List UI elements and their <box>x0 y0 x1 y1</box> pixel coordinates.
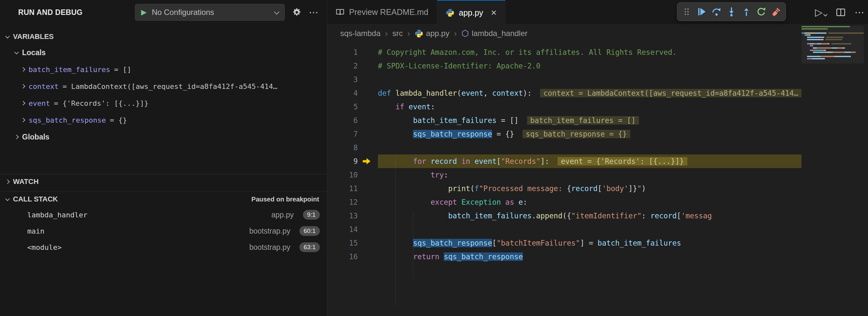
code-text[interactable]: for record in event["Records"]:event = {… <box>378 154 802 168</box>
call-stack-section-header[interactable]: CALL STACK Paused on breakpoint <box>0 192 327 207</box>
disconnect-icon[interactable] <box>769 4 784 19</box>
code-line-12[interactable]: 12 except Exception as e: <box>327 195 802 209</box>
breadcrumb-item-app-py[interactable]: app.py <box>414 29 449 38</box>
variables-section-header[interactable]: VARIABLES <box>0 29 327 44</box>
restart-icon[interactable] <box>754 4 769 19</box>
code-line-6[interactable]: 6 batch_item_failures = []batch_item_fai… <box>327 114 802 127</box>
code-line-14[interactable]: 14 <box>327 223 802 236</box>
line-number[interactable]: 16 <box>327 250 358 263</box>
code-line-13[interactable]: 13 batch_item_failures.append({"itemIden… <box>327 209 802 223</box>
code-text[interactable]: batch_item_failures.append({"itemIdentif… <box>378 209 802 223</box>
gutter-decoration <box>358 223 378 236</box>
line-number[interactable]: 2 <box>327 59 358 73</box>
scrollbar[interactable] <box>864 25 868 316</box>
code-line-16[interactable]: 16 return sqs_batch_response <box>327 250 802 263</box>
line-number[interactable]: 13 <box>327 209 358 223</box>
code-line-7[interactable]: 7 sqs_batch_response = {}sqs_batch_respo… <box>327 127 802 141</box>
code-text[interactable]: print(f"Processed message: {record['body… <box>378 182 802 195</box>
drag-handle-icon[interactable] <box>679 4 694 19</box>
line-number[interactable]: 3 <box>327 73 358 86</box>
code-text[interactable]: except Exception as e: <box>378 195 802 209</box>
code-text[interactable]: try: <box>378 168 802 182</box>
line-number[interactable]: 8 <box>327 141 358 154</box>
code-line-2[interactable]: 2# SPDX-License-Identifier: Apache-2.0 <box>327 59 802 73</box>
breadcrumb-item-src[interactable]: src <box>393 29 403 38</box>
line-number[interactable]: 14 <box>327 223 358 236</box>
code-text[interactable] <box>378 223 802 236</box>
code-line-5[interactable]: 5 if event: <box>327 100 802 114</box>
line-number[interactable]: 1 <box>327 45 358 59</box>
code-text[interactable] <box>378 73 802 86</box>
minimap[interactable] <box>802 26 864 316</box>
step-over-icon[interactable] <box>709 4 724 19</box>
step-out-icon[interactable] <box>739 4 754 19</box>
more-actions-icon[interactable]: ⋯ <box>855 7 864 17</box>
code-text[interactable]: sqs_batch_response["batchItemFailures"] … <box>378 236 802 250</box>
gutter-decoration <box>358 141 378 154</box>
call-stack-header-label: CALL STACK <box>13 195 58 203</box>
variable-name: sqs_batch_response <box>29 116 106 124</box>
line-number[interactable]: 9 <box>327 154 358 168</box>
variable-row[interactable]: event= {'Records': [{...}]} <box>0 95 327 112</box>
code-text[interactable]: # SPDX-License-Identifier: Apache-2.0 <box>378 59 802 73</box>
editor-actions: ▷ ⋯ <box>815 0 864 25</box>
variable-row[interactable]: context= LambdaContext([aws_request_id=a… <box>0 78 327 95</box>
continue-icon[interactable] <box>694 4 709 19</box>
line-number[interactable]: 5 <box>327 100 358 114</box>
stack-frame-row[interactable]: <module>bootstrap.py63:1 <box>0 239 327 255</box>
stack-frame-row[interactable]: mainbootstrap.py60:1 <box>0 223 327 239</box>
scope-globals-row[interactable]: Globals <box>0 128 327 145</box>
code-line-8[interactable]: 8 <box>327 141 802 154</box>
code-text[interactable]: return sqs_batch_response <box>378 250 802 263</box>
code-text[interactable]: def lambda_handler(event, context):conte… <box>378 86 802 100</box>
frame-name: <module> <box>27 243 62 251</box>
breadcrumb-item-sqs-lambda[interactable]: sqs-lambda <box>340 29 380 38</box>
more-actions-icon[interactable]: ⋯ <box>309 7 318 17</box>
variable-value: = {'Records': [{...}]} <box>54 99 148 107</box>
code-line-4[interactable]: 4def lambda_handler(event, context):cont… <box>327 86 802 100</box>
code-text[interactable]: if event: <box>378 100 802 114</box>
code-line-11[interactable]: 11 print(f"Processed message: {record['b… <box>327 182 802 195</box>
variables-list: batch_item_failures= []context= LambdaCo… <box>0 61 327 128</box>
code-line-3[interactable]: 3 <box>327 73 802 86</box>
run-and-debug-sidebar: RUN AND DEBUG ▶ No Configurations ⋯ VARI… <box>0 0 327 316</box>
gutter-decoration <box>358 73 378 86</box>
code-text[interactable] <box>378 141 802 154</box>
code-text[interactable]: sqs_batch_response = {}sqs_batch_respons… <box>378 127 802 141</box>
variable-row[interactable]: sqs_batch_response= {} <box>0 112 327 128</box>
symbol-method-icon <box>461 30 469 37</box>
line-number[interactable]: 12 <box>327 195 358 209</box>
code-line-10[interactable]: 10 try: <box>327 168 802 182</box>
code-line-15[interactable]: 15 sqs_batch_response["batchItemFailures… <box>327 236 802 250</box>
gutter-decoration <box>358 86 378 100</box>
line-number[interactable]: 15 <box>327 236 358 250</box>
stack-frame-row[interactable]: lambda_handlerapp.py9:1 <box>0 207 327 223</box>
launch-config-dropdown[interactable]: ▶ No Configurations <box>135 4 285 21</box>
inline-debug-value: sqs_batch_response = {} <box>523 130 630 138</box>
variables-header-label: VARIABLES <box>13 32 54 41</box>
tab-preview-readme-md[interactable]: Preview README.md <box>327 0 437 24</box>
line-number[interactable]: 11 <box>327 182 358 195</box>
variable-row[interactable]: batch_item_failures= [] <box>0 61 327 78</box>
split-editor-icon[interactable] <box>836 7 846 17</box>
line-number[interactable]: 7 <box>327 127 358 141</box>
code-text[interactable]: batch_item_failures = []batch_item_failu… <box>378 114 802 127</box>
run-file-button[interactable]: ▷ <box>815 7 827 17</box>
close-icon[interactable]: × <box>491 7 497 18</box>
line-number[interactable]: 10 <box>327 168 358 182</box>
watch-section-header[interactable]: WATCH <box>0 174 327 189</box>
line-number[interactable]: 6 <box>327 114 358 127</box>
code-line-1[interactable]: 1# Copyright Amazon.com, Inc. or its aff… <box>327 45 802 59</box>
launch-config-label: No Configurations <box>152 8 270 17</box>
gear-icon[interactable] <box>292 7 302 17</box>
step-into-icon[interactable] <box>724 4 739 19</box>
scope-locals-row[interactable]: Locals <box>0 44 327 61</box>
chevron-down-icon <box>823 12 828 17</box>
tab-app-py[interactable]: app.py× <box>437 0 506 25</box>
code-editor[interactable]: 1# Copyright Amazon.com, Inc. or its aff… <box>327 42 868 291</box>
code-line-9[interactable]: 9 for record in event["Records"]:event =… <box>327 154 802 168</box>
scope-locals-label: Locals <box>22 48 46 57</box>
breadcrumb-item-lambda-handler[interactable]: lambda_handler <box>461 29 527 38</box>
line-number[interactable]: 4 <box>327 86 358 100</box>
code-text[interactable]: # Copyright Amazon.com, Inc. or its affi… <box>378 45 802 59</box>
